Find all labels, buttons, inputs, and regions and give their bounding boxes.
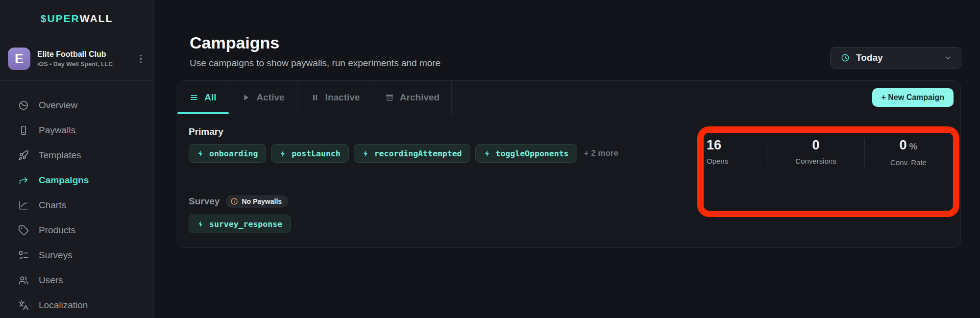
main-content: Today Campaigns Use campaigns to show pa…: [154, 0, 980, 318]
campaign-row-primary[interactable]: Primary onboarding postLaunch recordingA…: [177, 114, 960, 183]
tag-icon: [18, 225, 29, 236]
workspace-subtitle: iOS • Day Well Spent, LLC: [37, 61, 131, 68]
tab-active[interactable]: Active: [229, 81, 297, 114]
list-icon: [190, 93, 198, 102]
logo-rest-text: WALL: [80, 13, 113, 24]
bolt-icon: [197, 220, 204, 228]
phone-icon: [18, 125, 29, 136]
sidebar-item-label: Products: [39, 225, 75, 236]
stat-label: Conversions: [795, 157, 836, 165]
stat-suffix: %: [909, 141, 918, 151]
superwall-logo: $UPERWALL: [0, 0, 153, 37]
workspace-switcher[interactable]: E Elite Football Club iOS • Day Well Spe…: [0, 37, 153, 81]
pause-icon: [311, 93, 319, 102]
trigger-chip: toggleOpponents: [475, 144, 577, 163]
users-icon: [18, 275, 29, 286]
sidebar-item-label: Templates: [39, 150, 81, 161]
sidebar-nav: Overview Paywalls Templates Campaigns Ch…: [0, 81, 153, 318]
stat-label: Opens: [707, 157, 728, 165]
sidebar-item-label: Surveys: [39, 250, 73, 261]
campaign-tabs: All Active Inactive Archived + New Campa…: [177, 81, 960, 114]
stat-conv-rate: 0% Conv. Rate: [864, 138, 952, 167]
bolt-icon: [279, 150, 287, 157]
stat-value: 16: [707, 138, 721, 152]
trigger-chip: onboarding: [189, 144, 266, 163]
stat-value: 0%: [900, 138, 918, 154]
tab-label: All: [204, 92, 216, 103]
sidebar-item-label: Paywalls: [39, 125, 75, 136]
trigger-chip: recordingAttempted: [354, 144, 470, 163]
trigger-label: onboarding: [209, 149, 258, 158]
tab-label: Archived: [400, 92, 440, 103]
campaigns-panel: All Active Inactive Archived + New Campa…: [177, 80, 961, 248]
stat-label: Conv. Rate: [890, 158, 927, 167]
chevron-down-icon: [944, 54, 952, 62]
trigger-chip: survey_response: [189, 215, 291, 233]
sidebar-item-label: Overview: [39, 100, 77, 111]
sidebar-item-overview[interactable]: Overview: [0, 93, 153, 118]
rocket-icon: [18, 150, 29, 161]
trigger-label: postLaunch: [292, 149, 340, 158]
trigger-chip: postLaunch: [271, 144, 348, 163]
sidebar-item-templates[interactable]: Templates: [0, 143, 153, 168]
line-chart-icon: [18, 200, 29, 211]
sidebar-item-label: Campaigns: [39, 175, 89, 186]
languages-icon: [18, 300, 29, 311]
campaign-row-survey[interactable]: Survey No Paywalls survey_response: [177, 183, 960, 247]
sidebar-item-label: Charts: [39, 200, 66, 211]
sidebar-item-paywalls[interactable]: Paywalls: [0, 118, 153, 143]
campaign-stats: 16 Opens 0 Conversions 0% Conv. Rate: [703, 138, 952, 167]
sidebar-item-surveys[interactable]: Surveys: [0, 243, 153, 268]
trigger-label: survey_response: [209, 220, 282, 229]
logo-accent-text: $UPER: [41, 13, 80, 24]
date-range-value: Today: [856, 52, 938, 63]
campaign-name: Primary: [189, 114, 223, 137]
sidebar: $UPERWALL E Elite Football Club iOS • Da…: [0, 0, 154, 318]
forward-arrow-icon: [18, 175, 29, 186]
sidebar-item-label: Users: [39, 275, 63, 286]
workspace-name: Elite Football Club: [37, 50, 131, 59]
stat-value: 0: [812, 138, 819, 152]
date-range-select[interactable]: Today: [830, 47, 961, 69]
sidebar-item-localization[interactable]: Localization: [0, 293, 153, 318]
sidebar-item-charts[interactable]: Charts: [0, 193, 153, 218]
tab-inactive[interactable]: Inactive: [297, 81, 373, 114]
bolt-icon: [362, 150, 369, 157]
sidebar-item-users[interactable]: Users: [0, 268, 153, 293]
stat-opens: 16 Opens: [703, 138, 767, 167]
tab-all[interactable]: All: [177, 81, 229, 114]
stat-conversions: 0 Conversions: [767, 138, 864, 167]
badge-label: No Paywalls: [242, 197, 282, 205]
more-triggers-label: + 2 more: [584, 148, 618, 158]
archive-icon: [385, 93, 394, 102]
stat-number: 0: [900, 138, 907, 152]
workspace-avatar: E: [8, 48, 30, 70]
sidebar-item-campaigns[interactable]: Campaigns: [0, 168, 153, 193]
clock-icon: [841, 53, 850, 62]
workspace-menu-icon[interactable]: [138, 53, 144, 65]
bolt-icon: [484, 150, 491, 157]
tab-archived[interactable]: Archived: [373, 81, 452, 114]
play-icon: [242, 93, 250, 102]
new-campaign-button[interactable]: + New Campaign: [872, 88, 954, 107]
trigger-label: recordingAttempted: [374, 149, 462, 158]
info-icon: [230, 197, 238, 205]
bolt-icon: [197, 150, 204, 157]
tab-label: Active: [256, 92, 284, 103]
tab-label: Inactive: [325, 92, 360, 103]
trigger-label: toggleOpponents: [496, 149, 569, 158]
no-paywalls-badge: No Paywalls: [226, 195, 288, 208]
sidebar-item-products[interactable]: Products: [0, 218, 153, 243]
trigger-chip-list: survey_response: [189, 215, 960, 233]
sidebar-item-label: Localization: [39, 300, 88, 311]
gauge-icon: [18, 100, 29, 111]
campaign-name: Survey: [189, 196, 220, 207]
checklist-icon: [18, 250, 29, 261]
